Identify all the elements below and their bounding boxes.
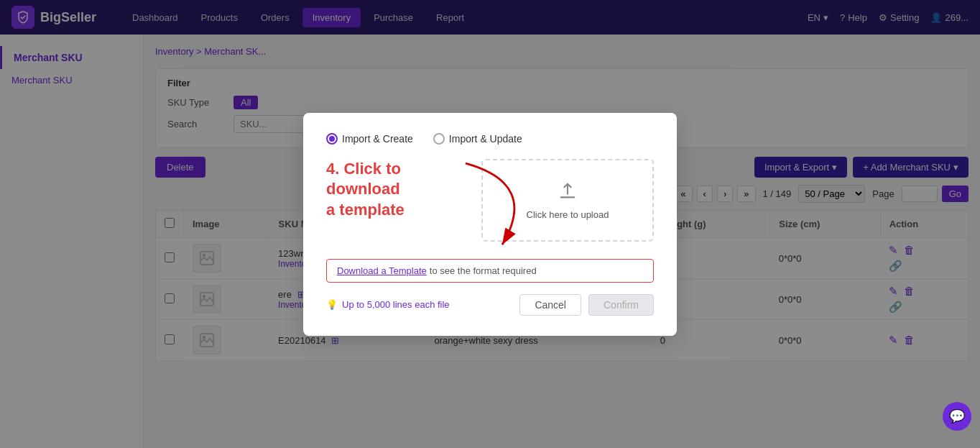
- radio-create-circle: [326, 133, 338, 145]
- instruction-area: 4. Click to downloada template: [326, 159, 470, 224]
- import-update-option[interactable]: Import & Update: [433, 133, 522, 145]
- upload-icon: [558, 180, 578, 205]
- upload-text: Click here to upload: [527, 209, 609, 220]
- download-template-box: Download a Template to see the format re…: [326, 259, 654, 283]
- import-type-selector: Import & Create Import & Update: [326, 133, 654, 145]
- import-modal: Import & Create Import & Update 4. Click…: [303, 113, 677, 336]
- upload-area-container: Click here to upload: [481, 159, 654, 250]
- instruction-text: 4. Click to downloada template: [326, 159, 470, 221]
- download-template-link[interactable]: Download a Template: [337, 265, 427, 276]
- lines-info: 💡 Up to 5,000 lines each file: [326, 299, 450, 310]
- upload-area[interactable]: Click here to upload: [481, 159, 654, 242]
- modal-bottom: 💡 Up to 5,000 lines each file Cancel Con…: [326, 294, 654, 316]
- cancel-button[interactable]: Cancel: [519, 294, 581, 316]
- confirm-button[interactable]: Confirm: [588, 294, 654, 316]
- radio-update-circle: [433, 133, 445, 145]
- lightbulb-icon: 💡: [326, 299, 338, 310]
- import-create-option[interactable]: Import & Create: [326, 133, 413, 145]
- modal-actions: Cancel Confirm: [519, 294, 654, 316]
- chat-button[interactable]: 💬: [943, 402, 971, 431]
- chat-icon: 💬: [949, 408, 965, 424]
- modal-overlay: Import & Create Import & Update 4. Click…: [0, 0, 980, 448]
